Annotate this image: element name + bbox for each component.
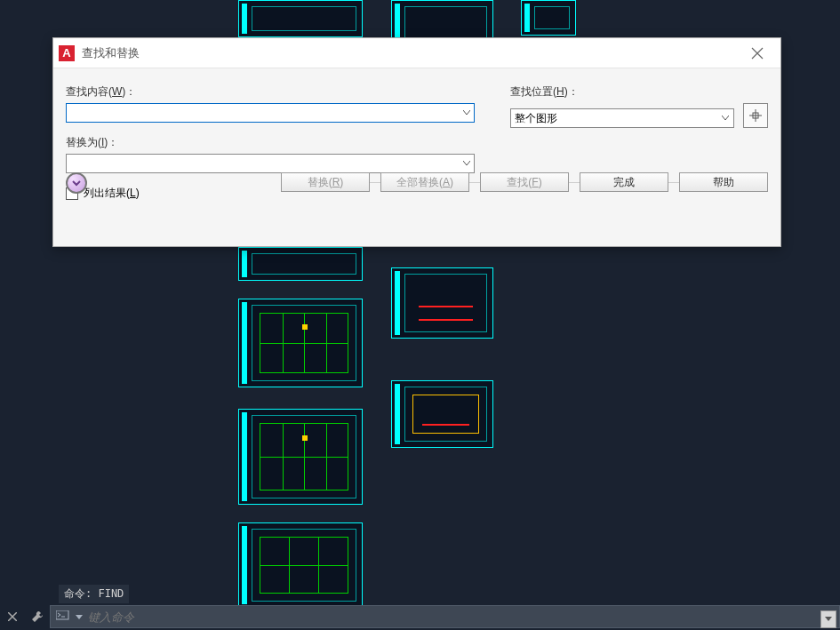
drawing-sheet — [521, 0, 576, 36]
replace-all-button[interactable]: 全部替换(A) — [380, 172, 469, 192]
drawing-sheet — [238, 299, 363, 387]
crosshair-icon — [749, 109, 762, 122]
drawing-sheet — [238, 522, 363, 608]
replace-input[interactable] — [67, 155, 458, 172]
find-next-button[interactable]: 查找(F) — [480, 172, 569, 192]
command-bar — [0, 603, 840, 630]
command-close-button[interactable] — [0, 603, 25, 630]
close-icon — [8, 612, 17, 621]
command-history: 命令: FIND — [59, 585, 129, 603]
drawing-sheet — [391, 380, 493, 448]
chevron-down-icon — [717, 109, 733, 127]
drawing-sheet — [391, 267, 493, 339]
done-button[interactable]: 完成 — [580, 172, 668, 192]
replace-input-combo[interactable] — [66, 154, 475, 173]
chevron-down-icon[interactable] — [458, 104, 474, 122]
close-icon — [751, 47, 764, 60]
drawing-sheet — [238, 0, 363, 37]
find-input[interactable] — [67, 104, 458, 122]
location-select[interactable]: 整个图形 — [510, 108, 734, 128]
wrench-icon — [31, 610, 44, 623]
replace-label: 替换为(I)： — [66, 135, 475, 150]
app-icon: A — [59, 45, 75, 61]
find-label: 查找内容(W)： — [66, 84, 475, 100]
drawing-sheet — [238, 247, 363, 281]
close-button[interactable] — [740, 41, 775, 66]
chevron-down-icon[interactable] — [458, 155, 474, 172]
chevron-down-icon[interactable] — [76, 610, 83, 623]
pick-objects-button[interactable] — [743, 103, 768, 128]
location-value: 整个图形 — [515, 111, 557, 126]
svg-rect-1 — [56, 610, 68, 619]
drawing-sheet — [238, 409, 363, 505]
chevron-down-icon — [71, 178, 82, 188]
scroll-down-button[interactable] — [820, 610, 836, 628]
help-button[interactable]: 帮助 — [679, 172, 768, 192]
find-replace-dialog: A 查找和替换 查找内容(W)： 替换为(I)： — [52, 37, 781, 247]
command-input-wrap[interactable] — [50, 605, 840, 628]
location-label: 查找位置(H)： — [510, 84, 768, 100]
chevron-down-icon — [825, 617, 832, 622]
command-prompt-icon — [56, 610, 70, 624]
find-input-combo[interactable] — [66, 103, 475, 123]
command-customize-button[interactable] — [25, 603, 50, 630]
dialog-title: 查找和替换 — [82, 45, 740, 61]
dialog-titlebar[interactable]: A 查找和替换 — [53, 38, 780, 68]
expand-options-button[interactable] — [66, 172, 87, 194]
replace-button[interactable]: 替换(R) — [281, 172, 370, 192]
command-input[interactable] — [88, 610, 834, 624]
